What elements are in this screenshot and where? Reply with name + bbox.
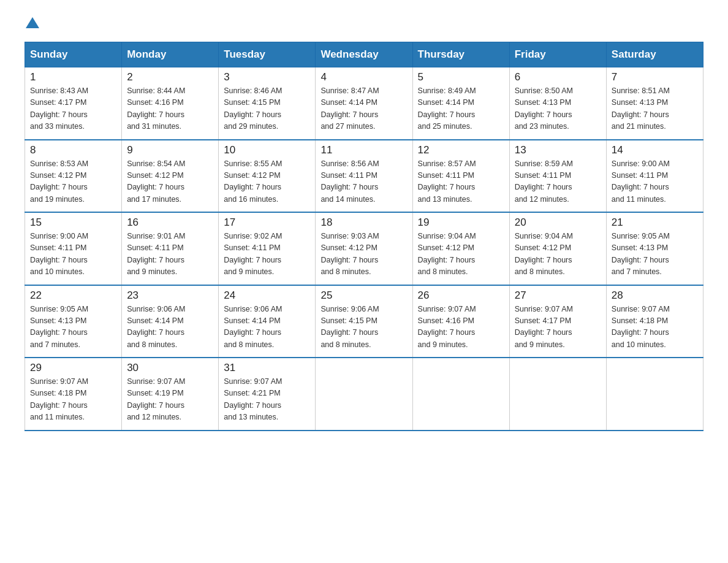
day-info: Sunrise: 9:00 AM Sunset: 4:11 PM Dayligh…: [30, 231, 116, 278]
day-info: Sunrise: 8:53 AM Sunset: 4:12 PM Dayligh…: [30, 158, 116, 206]
calendar-cell: 23 Sunrise: 9:06 AM Sunset: 4:14 PM Dayl…: [122, 285, 219, 358]
day-number: 14: [612, 144, 698, 156]
day-number: 13: [515, 144, 601, 156]
day-number: 26: [418, 289, 504, 302]
day-number: 3: [224, 71, 310, 83]
header-saturday: Saturday: [606, 42, 703, 67]
calendar-cell: 15 Sunrise: 9:00 AM Sunset: 4:11 PM Dayl…: [25, 212, 122, 285]
day-info: Sunrise: 9:02 AM Sunset: 4:11 PM Dayligh…: [224, 231, 310, 278]
day-number: 23: [127, 289, 213, 302]
calendar-cell: 14 Sunrise: 9:00 AM Sunset: 4:11 PM Dayl…: [606, 140, 703, 213]
day-number: 4: [320, 71, 407, 83]
day-info: Sunrise: 8:50 AM Sunset: 4:13 PM Dayligh…: [515, 85, 601, 133]
calendar-week-1: 1 Sunrise: 8:43 AM Sunset: 4:17 PM Dayli…: [25, 67, 703, 140]
calendar-cell: 10 Sunrise: 8:55 AM Sunset: 4:12 PM Dayl…: [219, 140, 316, 213]
day-number: 10: [224, 144, 310, 156]
day-info: Sunrise: 9:04 AM Sunset: 4:12 PM Dayligh…: [418, 231, 504, 278]
day-number: 31: [224, 362, 310, 374]
calendar-cell: [606, 358, 703, 431]
logo: [25, 18, 39, 29]
day-number: 21: [612, 216, 698, 229]
calendar-cell: 12 Sunrise: 8:57 AM Sunset: 4:11 PM Dayl…: [412, 140, 509, 213]
day-number: 29: [30, 362, 116, 374]
calendar-header-row: SundayMondayTuesdayWednesdayThursdayFrid…: [25, 42, 703, 67]
calendar-cell: 6 Sunrise: 8:50 AM Sunset: 4:13 PM Dayli…: [509, 67, 606, 140]
day-info: Sunrise: 9:05 AM Sunset: 4:13 PM Dayligh…: [30, 304, 116, 351]
day-info: Sunrise: 9:07 AM Sunset: 4:21 PM Dayligh…: [224, 376, 310, 424]
day-info: Sunrise: 9:01 AM Sunset: 4:11 PM Dayligh…: [127, 231, 213, 278]
day-number: 2: [127, 71, 213, 83]
day-number: 28: [612, 289, 698, 302]
day-info: Sunrise: 8:46 AM Sunset: 4:15 PM Dayligh…: [224, 85, 310, 133]
day-info: Sunrise: 9:07 AM Sunset: 4:18 PM Dayligh…: [612, 304, 698, 351]
calendar-cell: 9 Sunrise: 8:54 AM Sunset: 4:12 PM Dayli…: [122, 140, 219, 213]
day-number: 19: [418, 216, 504, 229]
day-number: 20: [515, 216, 601, 229]
calendar-cell: 8 Sunrise: 8:53 AM Sunset: 4:12 PM Dayli…: [25, 140, 122, 213]
calendar-cell: 30 Sunrise: 9:07 AM Sunset: 4:19 PM Dayl…: [122, 358, 219, 431]
page-header: [25, 18, 703, 29]
svg-marker-0: [26, 17, 39, 28]
day-info: Sunrise: 9:07 AM Sunset: 4:19 PM Dayligh…: [127, 376, 213, 424]
header-monday: Monday: [122, 42, 219, 67]
calendar-table: SundayMondayTuesdayWednesdayThursdayFrid…: [25, 42, 703, 431]
calendar-cell: 4 Sunrise: 8:47 AM Sunset: 4:14 PM Dayli…: [316, 67, 412, 140]
calendar-cell: [509, 358, 606, 431]
day-number: 24: [224, 289, 310, 302]
calendar-cell: 25 Sunrise: 9:06 AM Sunset: 4:15 PM Dayl…: [316, 285, 412, 358]
day-info: Sunrise: 9:03 AM Sunset: 4:12 PM Dayligh…: [320, 231, 407, 278]
calendar-cell: 18 Sunrise: 9:03 AM Sunset: 4:12 PM Dayl…: [316, 212, 412, 285]
day-info: Sunrise: 8:49 AM Sunset: 4:14 PM Dayligh…: [418, 85, 504, 133]
header-tuesday: Tuesday: [219, 42, 316, 67]
calendar-cell: 21 Sunrise: 9:05 AM Sunset: 4:13 PM Dayl…: [606, 212, 703, 285]
day-number: 12: [418, 144, 504, 156]
header-wednesday: Wednesday: [316, 42, 412, 67]
day-info: Sunrise: 8:55 AM Sunset: 4:12 PM Dayligh…: [224, 158, 310, 206]
header-thursday: Thursday: [412, 42, 509, 67]
calendar-cell: 7 Sunrise: 8:51 AM Sunset: 4:13 PM Dayli…: [606, 67, 703, 140]
calendar-cell: 31 Sunrise: 9:07 AM Sunset: 4:21 PM Dayl…: [219, 358, 316, 431]
calendar-week-3: 15 Sunrise: 9:00 AM Sunset: 4:11 PM Dayl…: [25, 212, 703, 285]
calendar-cell: 13 Sunrise: 8:59 AM Sunset: 4:11 PM Dayl…: [509, 140, 606, 213]
header-friday: Friday: [509, 42, 606, 67]
day-number: 7: [612, 71, 698, 83]
day-number: 5: [418, 71, 504, 83]
day-info: Sunrise: 9:07 AM Sunset: 4:17 PM Dayligh…: [515, 304, 601, 351]
day-number: 15: [30, 216, 116, 229]
day-number: 22: [30, 289, 116, 302]
calendar-cell: 22 Sunrise: 9:05 AM Sunset: 4:13 PM Dayl…: [25, 285, 122, 358]
calendar-week-4: 22 Sunrise: 9:05 AM Sunset: 4:13 PM Dayl…: [25, 285, 703, 358]
calendar-cell: 24 Sunrise: 9:06 AM Sunset: 4:14 PM Dayl…: [219, 285, 316, 358]
day-info: Sunrise: 9:07 AM Sunset: 4:16 PM Dayligh…: [418, 304, 504, 351]
calendar-cell: 27 Sunrise: 9:07 AM Sunset: 4:17 PM Dayl…: [509, 285, 606, 358]
day-number: 11: [320, 144, 407, 156]
calendar-cell: 1 Sunrise: 8:43 AM Sunset: 4:17 PM Dayli…: [25, 67, 122, 140]
calendar-cell: 2 Sunrise: 8:44 AM Sunset: 4:16 PM Dayli…: [122, 67, 219, 140]
day-info: Sunrise: 9:00 AM Sunset: 4:11 PM Dayligh…: [612, 158, 698, 206]
header-sunday: Sunday: [25, 42, 122, 67]
logo-icon: [26, 16, 39, 29]
calendar-cell: 29 Sunrise: 9:07 AM Sunset: 4:18 PM Dayl…: [25, 358, 122, 431]
day-number: 18: [320, 216, 407, 229]
day-info: Sunrise: 9:07 AM Sunset: 4:18 PM Dayligh…: [30, 376, 116, 424]
calendar-week-2: 8 Sunrise: 8:53 AM Sunset: 4:12 PM Dayli…: [25, 140, 703, 213]
day-number: 8: [30, 144, 116, 156]
day-number: 1: [30, 71, 116, 83]
calendar-cell: 19 Sunrise: 9:04 AM Sunset: 4:12 PM Dayl…: [412, 212, 509, 285]
calendar-cell: 20 Sunrise: 9:04 AM Sunset: 4:12 PM Dayl…: [509, 212, 606, 285]
day-number: 27: [515, 289, 601, 302]
calendar-cell: [316, 358, 412, 431]
calendar-cell: 5 Sunrise: 8:49 AM Sunset: 4:14 PM Dayli…: [412, 67, 509, 140]
calendar-week-5: 29 Sunrise: 9:07 AM Sunset: 4:18 PM Dayl…: [25, 358, 703, 431]
day-info: Sunrise: 9:06 AM Sunset: 4:14 PM Dayligh…: [127, 304, 213, 351]
day-number: 16: [127, 216, 213, 229]
calendar-cell: [412, 358, 509, 431]
calendar-cell: 17 Sunrise: 9:02 AM Sunset: 4:11 PM Dayl…: [219, 212, 316, 285]
day-number: 30: [127, 362, 213, 374]
calendar-cell: 11 Sunrise: 8:56 AM Sunset: 4:11 PM Dayl…: [316, 140, 412, 213]
day-info: Sunrise: 8:54 AM Sunset: 4:12 PM Dayligh…: [127, 158, 213, 206]
day-info: Sunrise: 9:04 AM Sunset: 4:12 PM Dayligh…: [515, 231, 601, 278]
day-info: Sunrise: 9:05 AM Sunset: 4:13 PM Dayligh…: [612, 231, 698, 278]
day-info: Sunrise: 9:06 AM Sunset: 4:15 PM Dayligh…: [320, 304, 407, 351]
day-number: 17: [224, 216, 310, 229]
